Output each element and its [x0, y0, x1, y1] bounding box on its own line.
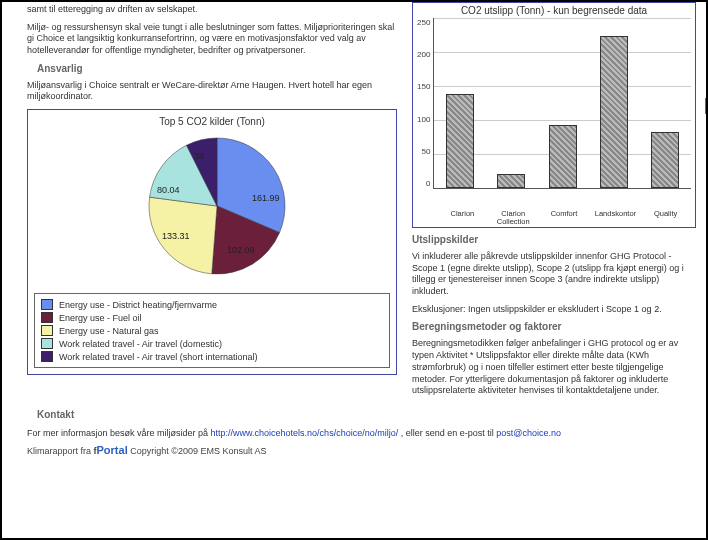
- footer: For mer informasjon besøk våre miljøside…: [27, 428, 696, 438]
- bar-landskontor: [600, 36, 628, 188]
- footer-link-email[interactable]: post@choice.no: [496, 428, 561, 438]
- y-tick: 250: [417, 18, 430, 27]
- legend-row: Energy use - Fuel oil: [41, 311, 383, 324]
- pie-chart-panel: Top 5 CO2 kilder (Tonn): [27, 109, 397, 375]
- bar-plot: 250 200 150 100 50 0: [417, 18, 691, 208]
- y-tick: 150: [417, 82, 430, 91]
- footer-text-before: For mer informasjon besøk våre miljøside…: [27, 428, 211, 438]
- pie-svg: 161.99 102.09 133.31 80.04 38: [102, 131, 322, 281]
- x-tick: Clarion: [442, 210, 482, 227]
- y-tick: 50: [421, 147, 430, 156]
- intro-fragment: samt til etteregging av driften av selsk…: [27, 4, 397, 16]
- legend-label: Work related travel - Air travel (domest…: [59, 339, 222, 349]
- x-tick: Quality: [646, 210, 686, 227]
- pie-label-2: 102.09: [227, 245, 255, 255]
- legend-label: Energy use - District heating/fjernvarme: [59, 300, 217, 310]
- x-tick: Clarion Collection: [493, 210, 533, 227]
- pie-label-4: 80.04: [157, 185, 180, 195]
- copyright-suffix: Copyright ©2009 EMS Konsult AS: [130, 446, 266, 456]
- utslipp-p2: Eksklusjoner: Ingen utslippskilder er ek…: [412, 304, 696, 316]
- swatch-icon: [41, 338, 53, 349]
- bar-clarion: [446, 94, 474, 188]
- bar-chart-panel: CO2 utslipp (Tonn) - kun begrensede data…: [412, 2, 696, 228]
- x-tick: Comfort: [544, 210, 584, 227]
- heading-ansvarlig: Ansvarlig: [37, 63, 397, 74]
- two-column-layout: samt til etteregging av driften av selsk…: [27, 2, 696, 403]
- swatch-icon: [41, 312, 53, 323]
- y-tick: 200: [417, 50, 430, 59]
- legend-label: Energy use - Fuel oil: [59, 313, 142, 323]
- copyright-line: Klimarapport fra fPortal Copyright ©2009…: [27, 444, 696, 456]
- legend-label: Energy use - Natural gas: [59, 326, 159, 336]
- y-axis: 250 200 150 100 50 0: [417, 18, 433, 188]
- plot-area: [433, 18, 691, 189]
- utslipp-p1: Vi inkluderer alle påkrevde utslippskild…: [412, 251, 696, 298]
- right-column: CO2 utslipp (Tonn) - kun begrensede data…: [412, 2, 696, 403]
- x-tick: Landskontor: [595, 210, 635, 227]
- intro-paragraph: Miljø- og ressurshensyn skal veie tungt …: [27, 22, 397, 57]
- pie-label-1: 161.99: [252, 193, 280, 203]
- bars: [434, 18, 691, 188]
- pie-chart: 161.99 102.09 133.31 80.04 38: [34, 131, 390, 283]
- bar-quality: [651, 132, 679, 188]
- copyright-prefix: Klimarapport fra: [27, 446, 94, 456]
- pie-chart-title: Top 5 CO2 kilder (Tonn): [34, 116, 390, 127]
- bar-clarion-collection: [497, 174, 525, 188]
- legend-row: Work related travel - Air travel (domest…: [41, 337, 383, 350]
- legend-row: Energy use - Natural gas: [41, 324, 383, 337]
- bar-comfort: [549, 125, 577, 188]
- legend-row: Work related travel - Air travel (short …: [41, 350, 383, 363]
- swatch-icon: [41, 299, 53, 310]
- pie-label-3: 133.31: [162, 231, 190, 241]
- legend-label: Work related travel - Air travel (short …: [59, 352, 257, 362]
- y-tick: 100: [417, 115, 430, 124]
- ansvarlig-text: Miljøansvarlig i Choice sentralt er WeCa…: [27, 80, 397, 103]
- left-column: samt til etteregging av driften av selsk…: [27, 2, 397, 403]
- footer-link-miljo[interactable]: http://www.choicehotels.no/chs/choice/no…: [211, 428, 399, 438]
- pie-label-5: 38: [194, 151, 204, 161]
- swatch-icon: [41, 351, 53, 362]
- y-tick: 0: [426, 179, 430, 188]
- heading-utslippskilder: Utslippskilder: [412, 234, 696, 245]
- bar-chart-title: CO2 utslipp (Tonn) - kun begrensede data: [417, 5, 691, 16]
- legend-row: Energy use - District heating/fjernvarme: [41, 298, 383, 311]
- x-axis: Clarion Clarion Collection Comfort Lands…: [437, 210, 691, 227]
- swatch-icon: [41, 325, 53, 336]
- beregning-p1: Beregningsmetodikken følger anbefalinger…: [412, 338, 696, 396]
- brand-name: Portal: [97, 444, 128, 456]
- heading-beregning: Beregningsmetoder og faktorer: [412, 321, 696, 332]
- heading-kontakt: Kontakt: [37, 409, 696, 420]
- footer-text-mid: , eller send en e-post til: [401, 428, 497, 438]
- page-frame: samt til etteregging av driften av selsk…: [0, 0, 708, 540]
- pie-legend: Energy use - District heating/fjernvarme…: [34, 293, 390, 368]
